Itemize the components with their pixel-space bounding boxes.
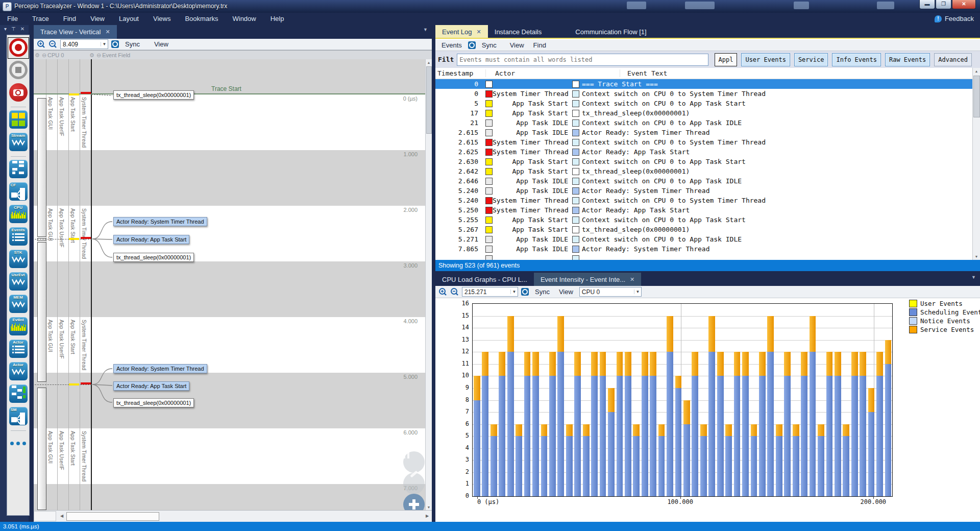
- event-log-scrollbar[interactable]: ▲ ▼: [972, 68, 980, 260]
- bar-service-events[interactable]: [600, 352, 606, 376]
- events-menu-button[interactable]: Events: [438, 41, 465, 49]
- sidebar-icon-vertical-trace[interactable]: [9, 160, 28, 179]
- bar-scheduling-events[interactable]: [868, 412, 875, 496]
- combo-arrow-icon[interactable]: ▼: [634, 289, 641, 294]
- bar-scheduling-events[interactable]: [810, 352, 816, 496]
- sync-icon[interactable]: [521, 288, 529, 296]
- bar-service-events[interactable]: [708, 316, 715, 352]
- tab-list-caret-icon[interactable]: ▼: [423, 25, 432, 39]
- menu-item-find[interactable]: Find: [56, 13, 83, 25]
- bar-service-events[interactable]: [491, 424, 497, 437]
- scroll-up-icon[interactable]: ▲: [426, 59, 432, 66]
- bar-scheduling-events[interactable]: [843, 436, 849, 496]
- bar-scheduling-events[interactable]: [482, 376, 488, 496]
- bar-scheduling-events[interactable]: [692, 376, 698, 496]
- filter-button-user-events[interactable]: User Events: [741, 53, 790, 66]
- bar-service-events[interactable]: [650, 352, 656, 376]
- bar-service-events[interactable]: [717, 352, 724, 376]
- sync-button[interactable]: Sync: [532, 288, 553, 296]
- view-menu-button[interactable]: View: [556, 288, 576, 296]
- menu-item-bookmarks[interactable]: Bookmarks: [178, 13, 225, 25]
- bar-scheduling-events[interactable]: [683, 424, 690, 496]
- sidebar-icon-more-views[interactable]: [9, 434, 28, 453]
- bar-service-events[interactable]: [516, 424, 522, 437]
- feedback-button[interactable]: ! Feedback: [935, 13, 974, 25]
- scroll-left-icon[interactable]: ◀: [58, 513, 65, 520]
- column-timestamp[interactable]: Timestamp: [435, 69, 480, 77]
- user-event-marker[interactable]: [69, 383, 79, 385]
- bar-scheduling-events[interactable]: [557, 352, 564, 496]
- chevron-down-icon[interactable]: ▾: [4, 26, 7, 34]
- bar-service-events[interactable]: [700, 424, 707, 437]
- zoom-level-combo[interactable]: 8.409 ▼: [60, 39, 108, 49]
- tab-trace-view-vertical[interactable]: Trace View - Vertical ✕: [34, 25, 117, 39]
- fragment-bar[interactable]: [37, 242, 46, 382]
- bar-scheduling-events[interactable]: [549, 376, 556, 496]
- pin-icon[interactable]: ⊤: [11, 26, 16, 34]
- event-row[interactable]: 2.615App Task IDLEActor Ready: System Ti…: [435, 128, 973, 137]
- bar-service-events[interactable]: [843, 424, 849, 437]
- sidebar-icon-state-machine[interactable]: SM: [9, 407, 28, 426]
- bar-service-events[interactable]: [751, 424, 757, 437]
- bar-service-events[interactable]: [851, 352, 858, 376]
- bar-scheduling-events[interactable]: [625, 376, 631, 496]
- column-event-text[interactable]: Event Text: [620, 69, 667, 77]
- event-row[interactable]: 5.267App Task Starttx_thread_sleep(0x000…: [435, 225, 973, 234]
- bar-scheduling-events[interactable]: [876, 376, 883, 496]
- event-row[interactable]: 5App Task StartContext switch on CPU 0 t…: [435, 99, 973, 108]
- menu-item-window[interactable]: Window: [225, 13, 263, 25]
- tab-list-caret-icon[interactable]: ▼: [971, 273, 980, 286]
- tab-event-intensity-event-inte[interactable]: Event Intensity - Event Inte...✕: [534, 273, 641, 286]
- filter-button-appl[interactable]: Appl: [715, 53, 738, 66]
- event-row[interactable]: 2.642App Task Starttx_thread_sleep(0x000…: [435, 166, 973, 176]
- bar-service-events[interactable]: [876, 352, 883, 376]
- tools-button[interactable]: [403, 473, 425, 494]
- scheduler-event-marker[interactable]: [81, 382, 91, 384]
- bar-scheduling-events[interactable]: [784, 376, 791, 496]
- bar-scheduling-events[interactable]: [516, 436, 522, 496]
- sidebar-icon-trace-detail[interactable]: [9, 384, 28, 404]
- bar-service-events[interactable]: [617, 352, 623, 376]
- bar-scheduling-events[interactable]: [591, 376, 598, 496]
- bar-service-events[interactable]: [642, 352, 648, 376]
- filter-button-info-events[interactable]: Info Events: [832, 53, 880, 66]
- event-row[interactable]: 2.625System Timer ThreadActor Ready: App…: [435, 147, 973, 157]
- event-row[interactable]: 2.615System Timer ThreadContext switch o…: [435, 137, 973, 147]
- event-row[interactable]: 0=== Trace Start ===: [435, 79, 973, 89]
- callout-tx-thread-sleep[interactable]: tx_thread_sleep(0x00000001): [113, 90, 194, 100]
- bar-service-events[interactable]: [557, 316, 564, 352]
- scrollbar-thumb[interactable]: [973, 76, 980, 117]
- bar-scheduling-events[interactable]: [734, 376, 741, 496]
- filter-button-advanced[interactable]: Advanced: [934, 53, 972, 66]
- close-tab-icon[interactable]: ✕: [106, 29, 110, 35]
- bar-service-events[interactable]: [474, 376, 480, 400]
- find-button[interactable]: Find: [530, 41, 549, 49]
- callout-actor-ready-start[interactable]: Actor Ready: App Task Start: [113, 235, 189, 244]
- zoom-in-icon[interactable]: [37, 40, 45, 49]
- sidebar-icon-communication-flow[interactable]: CF: [9, 182, 28, 202]
- minimize-button[interactable]: ▬: [919, 0, 935, 9]
- bar-scheduling-events[interactable]: [835, 376, 841, 496]
- bar-scheduling-events[interactable]: [759, 376, 766, 496]
- bar-scheduling-events[interactable]: [608, 412, 615, 496]
- event-row[interactable]: 5.255App Task StartContext switch on CPU…: [435, 215, 973, 225]
- bar-service-events[interactable]: [683, 400, 690, 424]
- bar-service-events[interactable]: [591, 352, 598, 376]
- event-row[interactable]: 5.240App Task IDLEActor Ready: System Ti…: [435, 186, 973, 196]
- bar-service-events[interactable]: [541, 424, 548, 437]
- bar-scheduling-events[interactable]: [617, 376, 623, 496]
- bar-service-events[interactable]: [667, 316, 673, 352]
- close-icon[interactable]: ✕: [20, 26, 24, 34]
- cpu-select-combo[interactable]: CPU 0 ▼: [579, 287, 642, 297]
- callout-actor-ready-timer[interactable]: Actor Ready: System Timer Thread: [113, 364, 207, 373]
- zoom-out-icon[interactable]: [48, 40, 57, 49]
- bar-service-events[interactable]: [776, 424, 782, 437]
- bar-service-events[interactable]: [499, 352, 505, 376]
- pan-tool-button[interactable]: [403, 451, 425, 473]
- scrollbar-thumb[interactable]: [426, 66, 432, 134]
- bar-service-events[interactable]: [675, 376, 682, 388]
- bar-scheduling-events[interactable]: [566, 436, 573, 496]
- fragment-bar[interactable]: [37, 388, 46, 510]
- sidebar-icon-user-events[interactable]: UsrEvt: [9, 272, 28, 292]
- bar-scheduling-events[interactable]: [650, 376, 656, 496]
